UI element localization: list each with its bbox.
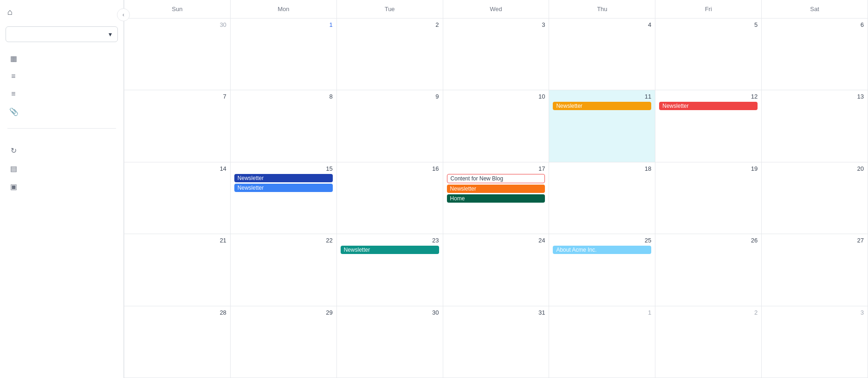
- day-number: 30: [128, 21, 226, 28]
- calendar-event[interactable]: About Acme Inc.: [553, 246, 651, 254]
- home-icon: ⌂: [7, 7, 12, 17]
- calendar-day[interactable]: 26: [655, 234, 762, 305]
- calendar-event[interactable]: Home: [447, 194, 545, 203]
- calendar-week-1: 7891011Newsletter12Newsletter13: [124, 90, 868, 162]
- config-section-label: [0, 132, 123, 138]
- calendar-header-tue: Tue: [337, 0, 443, 18]
- day-number: 15: [234, 165, 333, 172]
- day-number: 26: [659, 237, 758, 244]
- calendar-day[interactable]: 23Newsletter: [337, 234, 443, 305]
- calendar-day[interactable]: 29: [231, 306, 337, 378]
- day-number: 11: [553, 93, 651, 100]
- sidebar-item-files[interactable]: 📎: [0, 103, 123, 121]
- calendar-day[interactable]: 11Newsletter: [549, 90, 655, 161]
- calendar-header-mon: Mon: [231, 0, 337, 18]
- templates-icon: ▤: [9, 164, 18, 173]
- calendar-day[interactable]: 30: [337, 306, 443, 378]
- calendar-body: 301234567891011Newsletter12Newsletter131…: [124, 19, 868, 378]
- day-number: 5: [659, 21, 758, 28]
- calendar-day[interactable]: 3: [762, 306, 868, 378]
- calendar-day[interactable]: 30: [124, 19, 231, 90]
- day-number: 22: [234, 237, 333, 244]
- day-number: 28: [128, 309, 226, 316]
- calendar-header-sun: Sun: [124, 0, 231, 18]
- day-number: 19: [659, 165, 758, 172]
- project-selector[interactable]: ▾: [6, 26, 118, 42]
- day-number: 16: [341, 165, 439, 172]
- day-number: 12: [659, 93, 758, 100]
- calendar-day[interactable]: 17Content for New BlogNewsletterHome: [443, 162, 550, 234]
- day-number: 30: [341, 309, 439, 316]
- calendar-event[interactable]: Newsletter: [341, 246, 439, 254]
- day-number: 17: [447, 165, 545, 172]
- day-number: 8: [234, 93, 333, 100]
- day-number: 7: [128, 93, 226, 100]
- calendar-day[interactable]: 9: [337, 90, 443, 161]
- calendar-day[interactable]: 27: [762, 234, 868, 305]
- calendar-day[interactable]: 20: [762, 162, 868, 234]
- day-number: 1: [234, 21, 333, 28]
- calendar-header-sat: Sat: [762, 0, 868, 18]
- calendar-event[interactable]: Newsletter: [234, 184, 333, 192]
- categories-icon: ▣: [9, 182, 18, 191]
- calendar-week-0: 30123456: [124, 19, 868, 90]
- main-nav: ▦ ≡ ≡ 📎: [0, 46, 123, 124]
- calendar-day[interactable]: 24: [443, 234, 550, 305]
- calendar-week-4: 28293031123: [124, 306, 868, 378]
- calendar-day[interactable]: 22: [231, 234, 337, 305]
- calendar-day[interactable]: 1: [549, 306, 655, 378]
- calendar-header: SunMonTueWedThuFriSat: [124, 0, 868, 19]
- all-projects-link[interactable]: ⌂: [0, 0, 123, 23]
- calendar-week-3: 212223Newsletter2425About Acme Inc.2627: [124, 234, 868, 306]
- config-nav: ↻ ▤ ▣: [0, 138, 123, 199]
- calendar-day[interactable]: 25About Acme Inc.: [549, 234, 655, 305]
- calendar-day[interactable]: 31: [443, 306, 550, 378]
- calendar: SunMonTueWedThuFriSat 301234567891011New…: [124, 0, 868, 378]
- calendar-day[interactable]: 2: [655, 306, 762, 378]
- day-number: 1: [553, 309, 651, 316]
- day-number: 10: [447, 93, 545, 100]
- calendar-day[interactable]: 6: [762, 19, 868, 90]
- day-number: 14: [128, 165, 226, 172]
- calendar-day[interactable]: 7: [124, 90, 231, 161]
- calendar-header-fri: Fri: [655, 0, 762, 18]
- day-number: 3: [765, 309, 864, 316]
- calendar-event[interactable]: Newsletter: [234, 174, 333, 182]
- sidebar-item-content[interactable]: ≡: [0, 68, 123, 85]
- sidebar-item-categories[interactable]: ▣: [0, 178, 123, 196]
- calendar-day[interactable]: 3: [443, 19, 550, 90]
- calendar-day[interactable]: 1: [231, 19, 337, 90]
- day-number: 18: [553, 165, 651, 172]
- day-number: 31: [447, 309, 545, 316]
- calendar-day[interactable]: 28: [124, 306, 231, 378]
- calendar-day[interactable]: 5: [655, 19, 762, 90]
- dashboard-icon: ▦: [9, 54, 18, 63]
- calendar-day[interactable]: 19: [655, 162, 762, 234]
- calendar-day[interactable]: 14: [124, 162, 231, 234]
- content-icon: ≡: [9, 72, 18, 81]
- calendar-event[interactable]: Newsletter: [553, 102, 651, 110]
- calendar-day[interactable]: 4: [549, 19, 655, 90]
- calendar-day[interactable]: 21: [124, 234, 231, 305]
- sidebar-item-dashboard[interactable]: ▦: [0, 50, 123, 68]
- calendar-event[interactable]: Newsletter: [659, 102, 758, 110]
- day-number: 27: [765, 237, 864, 244]
- calendar-day[interactable]: 16: [337, 162, 443, 234]
- calendar-day[interactable]: 15NewsletterNewsletter: [231, 162, 337, 234]
- collapse-button[interactable]: ‹: [117, 8, 130, 21]
- sidebar-item-briefs[interactable]: ≡: [0, 85, 123, 103]
- day-number: 13: [765, 93, 864, 100]
- calendar-event[interactable]: Newsletter: [447, 185, 545, 193]
- calendar-day[interactable]: 18: [549, 162, 655, 234]
- sidebar-item-workflow[interactable]: ↻: [0, 142, 123, 160]
- calendar-day[interactable]: 12Newsletter: [655, 90, 762, 161]
- workflow-icon: ↻: [9, 146, 18, 155]
- files-icon: 📎: [9, 107, 18, 116]
- calendar-day[interactable]: 13: [762, 90, 868, 161]
- calendar-header-wed: Wed: [443, 0, 550, 18]
- calendar-day[interactable]: 8: [231, 90, 337, 161]
- calendar-day[interactable]: 10: [443, 90, 550, 161]
- calendar-event[interactable]: Content for New Blog: [447, 174, 545, 183]
- sidebar-item-templates[interactable]: ▤: [0, 160, 123, 178]
- calendar-day[interactable]: 2: [337, 19, 443, 90]
